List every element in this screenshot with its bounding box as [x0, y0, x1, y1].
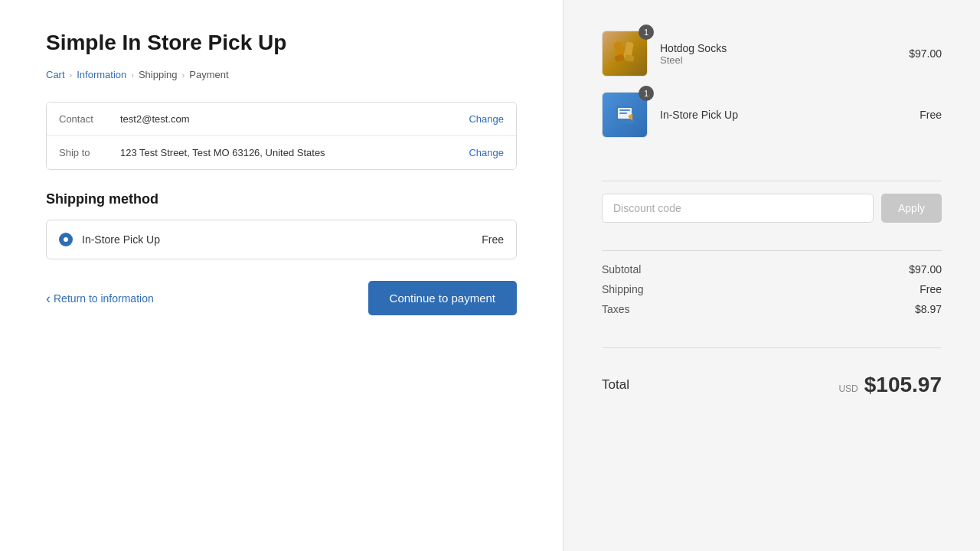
taxes-row: Taxes $8.97 [602, 303, 942, 315]
info-box: Contact test2@test.com Change Ship to 12… [46, 102, 517, 170]
page-title: Simple In Store Pick Up [46, 31, 517, 55]
socks-price: $97.00 [909, 47, 942, 60]
radio-button[interactable] [59, 233, 73, 246]
form-actions: Return to information Continue to paymen… [46, 281, 517, 315]
discount-row: Apply [602, 194, 942, 223]
ship-to-change[interactable]: Change [469, 147, 504, 158]
left-panel: Simple In Store Pick Up Cart › Informati… [0, 0, 563, 551]
total-value-wrap: USD $105.97 [838, 373, 942, 397]
continue-to-payment-button[interactable]: Continue to payment [368, 281, 517, 315]
right-panel: 1 Hotdog Socks Steel $97.00 [563, 0, 980, 551]
ship-to-label: Ship to [59, 147, 120, 158]
apply-discount-button[interactable]: Apply [881, 194, 942, 223]
order-item-pickup: 1 In-Store Pick Up Free [602, 92, 942, 138]
return-to-information-link[interactable]: Return to information [46, 292, 154, 305]
socks-image [609, 38, 640, 69]
pickup-badge: 1 [639, 86, 654, 101]
total-amount: $105.97 [864, 373, 942, 397]
order-items: 1 Hotdog Socks Steel $97.00 [602, 31, 942, 153]
total-label: Total [602, 377, 629, 393]
shipping-label: Shipping [602, 283, 644, 295]
subtotal-value: $97.00 [909, 263, 942, 276]
svg-rect-3 [624, 54, 634, 62]
subtotal-row: Subtotal $97.00 [602, 263, 942, 276]
divider-mid [602, 250, 942, 251]
ship-to-row: Ship to 123 Test Street, Test MO 63126, … [47, 135, 516, 169]
total-currency: USD [838, 383, 858, 394]
breadcrumb-shipping: Shipping [139, 69, 178, 80]
shipping-value: Free [920, 283, 942, 295]
shipping-option-price: Free [482, 233, 504, 246]
order-item-socks: 1 Hotdog Socks Steel $97.00 [602, 31, 942, 77]
socks-variant: Steel [660, 54, 897, 66]
summary-rows: Subtotal $97.00 Shipping Free Taxes $8.9… [602, 263, 942, 323]
ship-to-value: 123 Test Street, Test MO 63126, United S… [120, 147, 469, 158]
contact-label: Contact [59, 113, 120, 125]
total-row: Total USD $105.97 [602, 367, 942, 397]
discount-input[interactable] [602, 194, 874, 223]
divider-top [602, 181, 942, 181]
breadcrumb-payment: Payment [189, 69, 228, 80]
breadcrumb-sep-3: › [182, 70, 185, 80]
breadcrumb: Cart › Information › Shipping › Payment [46, 69, 517, 80]
svg-rect-2 [614, 54, 625, 63]
pickup-image [612, 103, 637, 127]
breadcrumb-information[interactable]: Information [77, 69, 126, 80]
pickup-name: In-Store Pick Up [660, 109, 907, 121]
shipping-row: Shipping Free [602, 283, 942, 295]
breadcrumb-sep-1: › [70, 70, 73, 80]
breadcrumb-cart[interactable]: Cart [46, 69, 65, 80]
socks-name: Hotdog Socks [660, 42, 897, 54]
taxes-label: Taxes [602, 303, 630, 315]
contact-change[interactable]: Change [469, 113, 504, 125]
breadcrumb-sep-2: › [131, 70, 134, 80]
pickup-price: Free [920, 109, 942, 121]
socks-info: Hotdog Socks Steel [660, 42, 897, 66]
shipping-method-title: Shipping method [46, 191, 517, 207]
contact-row: Contact test2@test.com Change [47, 103, 516, 135]
socks-badge: 1 [639, 24, 654, 40]
shipping-option-name: In-Store Pick Up [82, 233, 472, 246]
divider-bottom [602, 347, 942, 348]
taxes-value: $8.97 [915, 303, 942, 315]
pickup-thumbnail-wrap: 1 [602, 92, 648, 138]
svg-rect-6 [619, 109, 630, 111]
contact-value: test2@test.com [120, 113, 469, 125]
svg-rect-7 [619, 112, 627, 114]
subtotal-label: Subtotal [602, 263, 641, 276]
socks-thumbnail-wrap: 1 [602, 31, 648, 77]
pickup-info: In-Store Pick Up [660, 109, 907, 121]
shipping-option[interactable]: In-Store Pick Up Free [46, 220, 517, 259]
